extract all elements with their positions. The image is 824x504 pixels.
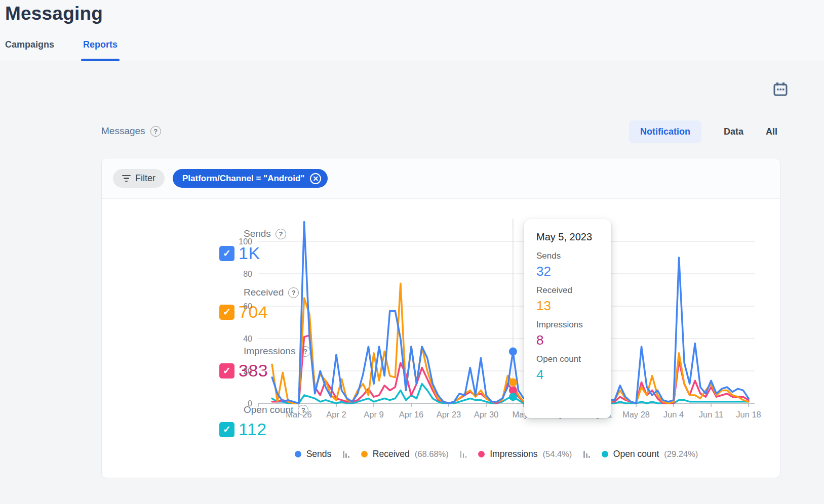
legend-item-open-count[interactable]: Open count (29.24%) [602, 449, 698, 459]
filter-funnel-icon [122, 175, 131, 182]
active-tab-indicator [81, 59, 120, 61]
chart-legend: Sends Received (68.68%) Impressions (54.… [223, 449, 770, 459]
view-option-notification[interactable]: Notification [629, 120, 701, 143]
messages-section-label: Messages ? [101, 125, 161, 137]
filter-chip-platform-android[interactable]: Platform/Channel = "Android" ✕ [173, 169, 328, 188]
filter-button-label: Filter [135, 173, 155, 184]
svg-text:20: 20 [243, 367, 252, 375]
svg-text:Jun 18: Jun 18 [736, 410, 761, 419]
help-icon[interactable]: ? [150, 126, 161, 137]
svg-text:May 28: May 28 [622, 410, 650, 419]
filter-bar: Filter Platform/Channel = "Android" ✕ [102, 158, 780, 199]
close-icon[interactable]: ✕ [310, 173, 321, 184]
page-title: Messaging [5, 0, 103, 27]
view-option-all[interactable]: All [766, 127, 777, 137]
tooltip-date: May 5, 2023 [536, 231, 611, 243]
svg-text:Apr 30: Apr 30 [474, 410, 499, 419]
legend-item-received[interactable]: Received (68.68%) [361, 449, 449, 459]
svg-text:100: 100 [239, 237, 252, 246]
calendar-icon[interactable] [772, 81, 789, 98]
bar-chart-icon[interactable] [343, 451, 349, 458]
bar-chart-icon[interactable] [583, 451, 590, 458]
chart-tooltip: May 5, 2023 Sends 32 Received 13 Impress… [524, 219, 611, 418]
svg-text:Jun 11: Jun 11 [699, 410, 723, 419]
filter-button[interactable]: Filter [113, 169, 165, 188]
bar-chart-icon[interactable] [460, 451, 467, 458]
page-header [0, 0, 824, 61]
svg-text:Apr 16: Apr 16 [399, 410, 424, 419]
messages-label: Messages [101, 125, 145, 137]
tooltip-impressions-value: 8 [536, 332, 611, 348]
channel-view-toggle: Notification Data All [629, 120, 777, 143]
svg-text:40: 40 [243, 334, 252, 343]
messages-line-chart[interactable]: 020406080100Mar 26Apr 2Apr 9Apr 16Apr 23… [223, 213, 770, 450]
svg-text:Apr 2: Apr 2 [326, 410, 346, 419]
tab-campaigns[interactable]: Campaigns [5, 39, 54, 50]
sends-dot-icon [295, 451, 301, 457]
messaging-reports-page: Messaging Campaigns Reports Messages ? N… [0, 0, 824, 504]
received-dot-icon [361, 451, 368, 457]
svg-text:80: 80 [243, 270, 252, 278]
legend-item-impressions[interactable]: Impressions (54.4%) [478, 449, 572, 459]
tab-reports[interactable]: Reports [83, 39, 117, 50]
open-count-dot-icon [602, 451, 608, 457]
view-option-data[interactable]: Data [724, 127, 743, 137]
svg-text:Mar 26: Mar 26 [286, 410, 311, 419]
tooltip-received-value: 13 [536, 298, 611, 314]
svg-text:0: 0 [248, 399, 252, 408]
svg-text:Apr 9: Apr 9 [364, 410, 383, 419]
impressions-dot-icon [478, 451, 485, 457]
legend-item-sends[interactable]: Sends [295, 449, 332, 459]
svg-text:Jun 4: Jun 4 [663, 410, 684, 419]
svg-text:60: 60 [243, 302, 252, 311]
svg-text:Apr 23: Apr 23 [437, 410, 461, 419]
filter-chip-label: Platform/Channel = "Android" [182, 174, 304, 184]
tooltip-sends-value: 32 [536, 264, 611, 279]
tooltip-open-count-value: 4 [536, 367, 611, 383]
